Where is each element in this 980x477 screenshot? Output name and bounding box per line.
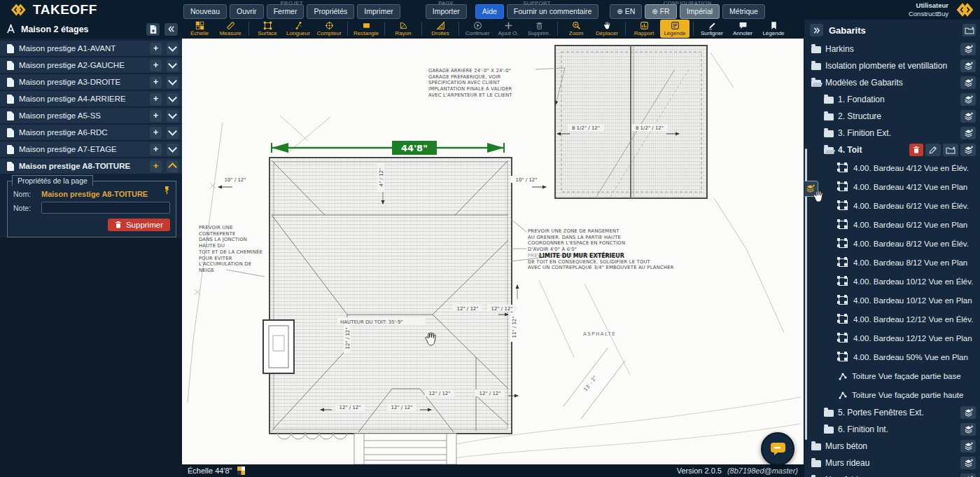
add-takeoff-to-page-button[interactable]	[150, 93, 162, 105]
gabarit-item-bardeau-4-12-elev[interactable]: 4.00. Bardeau 4/12 Vue en Élév.	[804, 158, 980, 177]
gabarit-item-bardeau-12-12-elev[interactable]: 4.00. Bardeau 12/12 Vue en Élév.	[804, 310, 980, 329]
add-takeoff-to-page-button[interactable]	[150, 110, 162, 122]
imperial-button[interactable]: Impérial	[680, 4, 720, 19]
commentaire-button[interactable]: Fournir un commentaire	[507, 4, 598, 19]
metrique-button[interactable]: Métrique	[722, 4, 765, 19]
page-row-a4[interactable]: Maison prestige A4-ARRIERE	[0, 91, 182, 106]
page-row-a7[interactable]: Maison prestige A7-ETAGE	[0, 141, 182, 157]
new-folder-button[interactable]	[962, 24, 976, 36]
edit-folder-button[interactable]	[925, 144, 941, 156]
gabarit-folder-murs-beton[interactable]: Murs béton	[804, 438, 980, 455]
delete-folder-button[interactable]	[909, 144, 923, 156]
tool-measure[interactable]: Measure	[216, 20, 245, 38]
imprimer-button[interactable]: Imprimer	[357, 4, 400, 19]
gabarit-folder-structure[interactable]: 2. Structure	[804, 108, 980, 125]
expand-page-button[interactable]	[167, 60, 178, 71]
page-row-a1[interactable]: Maison prestige A1-AVANT	[0, 41, 182, 56]
gabarit-item-bardeau-4-12-plan[interactable]: 4.00. Bardeau 4/12 Vue en Plan	[804, 177, 980, 196]
add-takeoff-button[interactable]	[960, 406, 976, 419]
tool-supprimer[interactable]: Supprim.	[524, 20, 554, 38]
gabarit-item-bardeau-6-12-elev[interactable]: 4.00. Bardeau 6/12 Vue en Élév.	[804, 196, 980, 215]
lang-en-button[interactable]: EN	[610, 4, 642, 19]
page-row-a6[interactable]: Maison prestige A6-RDC	[0, 125, 182, 140]
page-row-a2[interactable]: Maison prestige A2-GAUCHE	[0, 57, 182, 73]
expand-page-button[interactable]	[167, 76, 178, 88]
ouvrir-button[interactable]: Ouvrir	[230, 4, 264, 19]
tool-compteur[interactable]: Compteur	[314, 20, 344, 38]
page-row-a3[interactable]: Maison prestige A3-DROITE	[0, 74, 182, 90]
aide-button[interactable]: Aide	[475, 4, 504, 19]
expand-page-button[interactable]	[167, 93, 178, 105]
add-takeoff-to-page-button[interactable]	[150, 76, 162, 88]
add-takeoff-button[interactable]	[960, 473, 976, 477]
tool-rayon[interactable]: Rayon	[388, 20, 418, 38]
page-row-a5[interactable]: Maison prestige A5-SS	[0, 108, 182, 123]
expand-page-button[interactable]	[167, 127, 178, 139]
gabarit-folder-murs-rideau[interactable]: Murs rideau	[804, 455, 980, 471]
chat-button[interactable]	[761, 432, 794, 466]
add-takeoff-to-page-button[interactable]	[150, 127, 162, 139]
gabarit-folder-harkins[interactable]: Harkins	[804, 41, 980, 57]
gabarit-item-bardeau-50-plan[interactable]: 4.00. Bardeau 50% Vue en Plan	[804, 347, 980, 366]
delete-page-button[interactable]: Supprimer	[108, 219, 170, 231]
gabarit-folder-isolation[interactable]: Isolation plomberie et ventillation	[804, 57, 980, 74]
gabarit-folder-toit[interactable]: 4. Toit	[804, 141, 980, 158]
collapse-page-button[interactable]	[167, 160, 178, 172]
pin-icon[interactable]	[163, 186, 171, 195]
tool-zoom[interactable]: Zoom	[561, 20, 591, 38]
tool-annoter[interactable]: Annoter	[728, 20, 757, 38]
add-takeoff-button[interactable]	[960, 144, 976, 156]
gabarit-folder-finition-ext[interactable]: 3. Finition Ext.	[804, 125, 980, 141]
add-subfolder-button[interactable]	[943, 144, 958, 156]
gabarit-item-bardeau-8-12-plan[interactable]: 4.00. Bardeau 8/12 Vue en Plan	[804, 253, 980, 272]
gabarit-folder-fondation[interactable]: 1. Fondation	[804, 91, 980, 108]
gabarit-folder-modeles[interactable]: Modèles de Gabarits	[804, 74, 980, 91]
note-input[interactable]	[41, 202, 170, 214]
tool-droites[interactable]: Droites	[426, 20, 455, 38]
expand-page-button[interactable]	[167, 43, 178, 55]
collapse-left-panel-button[interactable]	[164, 23, 178, 36]
add-takeoff-to-page-button[interactable]	[150, 43, 162, 55]
tool-surligner[interactable]: Surligner	[697, 20, 727, 38]
add-takeoff-button[interactable]	[960, 423, 976, 436]
fermer-button[interactable]: Fermer	[267, 4, 304, 19]
page-row-a8-selected[interactable]: Maison prestige A8-TOITURE	[0, 158, 182, 174]
gabarit-folder-finition-int[interactable]: 6. Finition Int.	[804, 421, 980, 438]
nouveau-button[interactable]: Nouveau	[183, 4, 227, 19]
expand-page-button[interactable]	[167, 144, 178, 155]
tool-legende-active[interactable]: Légende	[660, 20, 690, 38]
tool-rapport[interactable]: Rapport	[629, 20, 659, 38]
add-takeoff-button[interactable]	[960, 110, 976, 123]
tool-rectangle[interactable]: Rectangle	[351, 20, 381, 38]
expand-page-button[interactable]	[167, 110, 178, 122]
tool-ajout[interactable]: Ajout O.	[493, 20, 523, 38]
gabarit-item-bardeau-12-12-plan[interactable]: 4.00. Bardeau 12/12 Vue en Plan	[804, 329, 980, 347]
drawing-canvas[interactable]: 44'8" GARAGE ARRIÈRE 24'-0" X 24'-0" GAR…	[182, 39, 804, 464]
gabarit-item-toiture-base[interactable]: Toiture Vue façade partie base	[804, 366, 980, 385]
lang-fr-button[interactable]: FR	[645, 4, 676, 19]
gabarit-folder-portes-fenetres[interactable]: 5. Portes Fenêtres Ext.	[804, 404, 980, 421]
add-takeoff-button[interactable]	[960, 60, 976, 72]
tool-echelle[interactable]: Échelle	[185, 20, 214, 38]
gabarit-item-bardeau-10-12-plan[interactable]: 4.00. Bardeau 10/12 Vue en Plan	[804, 291, 980, 310]
add-takeoff-button[interactable]	[960, 93, 976, 106]
gabarit-item-toiture-haute[interactable]: Toiture Vue façade partie haute	[804, 385, 980, 404]
gabarit-item-bardeau-8-12-elev[interactable]: 4.00. Bardeau 8/12 Vue en Élév.	[804, 234, 980, 253]
tool-legende-2[interactable]: Légende	[759, 20, 788, 38]
add-takeoff-button[interactable]	[960, 43, 976, 55]
importer-button[interactable]: Importer	[426, 4, 467, 19]
tool-continuer[interactable]: Continuer	[463, 20, 492, 38]
add-takeoff-button[interactable]	[960, 457, 976, 469]
proprietes-button[interactable]: Propriétés	[307, 4, 354, 19]
gabarit-item-bardeau-6-12-plan[interactable]: 4.00. Bardeau 6/12 Vue en Plan	[804, 215, 980, 234]
add-takeoff-to-page-button[interactable]	[150, 160, 162, 172]
add-takeoff-button[interactable]	[960, 127, 976, 139]
add-takeoff-button[interactable]	[960, 76, 976, 89]
add-page-button[interactable]	[146, 23, 160, 36]
tool-longueur[interactable]: Longueur	[284, 20, 313, 38]
scale-checker-icon[interactable]	[237, 466, 245, 475]
gabarit-item-bardeau-10-12-elev[interactable]: 4.00. Bardeau 10/12 Vue en Élév.	[804, 272, 980, 291]
tool-deplacer[interactable]: Déplacer	[592, 20, 622, 38]
tool-surface[interactable]: Surface	[253, 20, 282, 38]
gabarit-folder-new-folder[interactable]: New folder	[804, 471, 980, 477]
